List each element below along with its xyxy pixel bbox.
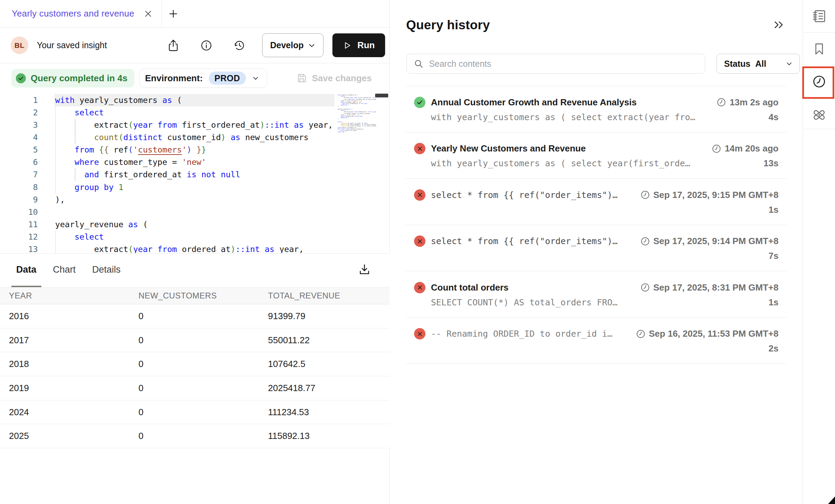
query-history-item[interactable]: Annual Customer Growth and Revenue Analy… <box>406 86 786 132</box>
query-duration: 13s <box>757 158 779 169</box>
insight-toolbar: BL Your saved insight Develop Run <box>0 28 389 63</box>
table-row[interactable]: 20250115892.13 <box>0 424 390 448</box>
clock-icon <box>640 283 650 292</box>
query-history-item[interactable]: select * from {{ ref("order_items")… Sep… <box>406 225 786 271</box>
chevron-down-icon <box>252 75 259 82</box>
query-sql-text: select * from {{ ref("order_items")… <box>431 190 618 200</box>
error-x-icon <box>417 238 423 244</box>
table-row[interactable]: 201902025418.77 <box>0 376 390 400</box>
indent-guide <box>75 119 75 144</box>
table-cell: 0 <box>138 359 268 369</box>
query-status-badge: Query completed in 4s <box>11 69 134 87</box>
table-cell: 2018 <box>9 359 138 369</box>
clock-icon <box>712 144 721 154</box>
search-box[interactable] <box>406 54 705 74</box>
status-filter-label: Status <box>724 59 750 69</box>
table-cell: 2024 <box>9 407 138 418</box>
toolbar-icons <box>146 40 245 51</box>
saved-insight-label: Your saved insight <box>37 40 107 50</box>
status-text: Query completed in 4s <box>31 73 127 84</box>
query-history-panel: Query history Status All Annual Customer… <box>390 0 803 504</box>
editor-code[interactable]: with yearly_customers as ( select extrac… <box>55 94 332 253</box>
lineage-rail-button[interactable] <box>803 99 835 131</box>
table-row[interactable]: 20240111234.53 <box>0 400 390 424</box>
clock-icon <box>636 329 646 339</box>
query-history-controls: Status All <box>390 41 803 86</box>
download-results-button[interactable] <box>358 263 371 276</box>
editor-scrollbar-thumb[interactable] <box>375 94 388 97</box>
query-sql-preview: SELECT COUNT(*) AS total_orders FRO… <box>431 297 618 307</box>
environment-selector[interactable]: Environment: PROD <box>140 69 267 88</box>
query-sql-text: -- Renaming ORDER_ID to order_id i… <box>431 329 612 339</box>
editor-minimap[interactable]: with yearly_customers as ( select extrac… <box>338 94 376 251</box>
clock-icon <box>640 190 650 200</box>
collapse-panel-button[interactable] <box>773 19 785 31</box>
develop-label: Develop <box>270 40 303 50</box>
info-button[interactable] <box>200 40 212 51</box>
table-row[interactable]: 20170550011.22 <box>0 328 390 353</box>
clock-icon <box>812 75 826 88</box>
develop-dropdown[interactable]: Develop <box>262 33 323 57</box>
query-history-item[interactable]: Count total orders Sep 17, 2025, 8:31 PM… <box>406 271 786 317</box>
indent-guide <box>55 106 56 193</box>
bookmark-icon <box>813 42 825 56</box>
query-title: Yearly New Customers and Revenue <box>431 143 586 154</box>
status-filter-dropdown[interactable]: Status All <box>717 54 800 74</box>
panel-title: Query history <box>406 18 490 32</box>
play-icon <box>343 41 352 50</box>
status-filter-value: All <box>755 59 766 69</box>
tab-title: Yearly customers and revenue <box>12 8 143 19</box>
column-header[interactable]: TOTAL_REVENUE <box>268 291 390 301</box>
run-label: Run <box>357 40 375 51</box>
save-icon <box>297 73 307 83</box>
query-status-error-icon <box>414 235 425 247</box>
editor-line-numbers: 12345678910111213 <box>0 94 38 253</box>
column-header[interactable]: NEW_CUSTOMERS <box>138 291 268 301</box>
tab-yearly-customers-and-revenue[interactable]: Yearly customers and revenue <box>0 0 162 28</box>
table-cell: 0 <box>138 407 268 418</box>
query-time: Sep 16, 2025, 11:53 PM GMT+8 <box>629 328 779 339</box>
table-row[interactable]: 20180107642.5 <box>0 352 390 376</box>
new-tab-button[interactable] <box>162 0 185 28</box>
results-tab-details[interactable]: Details <box>87 254 126 287</box>
query-sql-preview: with yearly_customers as ( select extrac… <box>431 112 695 122</box>
results-tabs: DataChartDetails <box>0 254 390 287</box>
results-panel: DataChartDetails YEARNEW_CUSTOMERSTOTAL_… <box>0 253 390 448</box>
query-history-item[interactable]: select * from {{ ref("order_items")… Sep… <box>406 178 786 225</box>
history-icon <box>234 40 245 51</box>
query-sql-preview: with yearly_customers as ( select year(f… <box>431 158 690 168</box>
table-cell: 550011.22 <box>268 335 390 346</box>
query-status-error-icon <box>414 143 425 154</box>
results-tab-data[interactable]: Data <box>11 254 41 287</box>
clock-icon <box>640 237 650 246</box>
info-icon <box>200 40 212 51</box>
table-cell: 111234.53 <box>268 407 390 418</box>
search-input[interactable] <box>429 59 698 69</box>
tab-close-icon[interactable] <box>143 9 153 19</box>
query-history-header: Query history <box>390 0 803 41</box>
query-title: Count total orders <box>431 282 508 293</box>
status-check-icon <box>16 73 26 83</box>
share-button[interactable] <box>167 40 179 51</box>
query-sql-text: select * from {{ ref("order_items")… <box>431 236 618 246</box>
table-cell: 0 <box>138 335 268 346</box>
results-tab-chart[interactable]: Chart <box>48 254 81 287</box>
query-duration: 1s <box>762 204 779 215</box>
status-bar: Query completed in 4s Environment: PROD … <box>0 63 389 93</box>
notebook-rail-button[interactable] <box>803 0 835 32</box>
table-body: 2016091399.7920170550011.2220180107642.5… <box>0 304 390 448</box>
rail-divider <box>803 129 835 129</box>
run-button[interactable]: Run <box>332 33 385 57</box>
sql-editor[interactable]: 12345678910111213 with yearly_customers … <box>0 93 389 253</box>
query-history-item[interactable]: -- Renaming ORDER_ID to order_id i… Sep … <box>406 317 786 364</box>
workbench-pane: Yearly customers and revenue BL Your sav… <box>0 0 390 504</box>
save-changes-button[interactable]: Save changes <box>297 73 372 84</box>
query-history-rail-button[interactable] <box>803 65 835 98</box>
table-cell: 115892.13 <box>268 431 390 441</box>
bookmarks-rail-button[interactable] <box>803 33 835 65</box>
query-history-item[interactable]: Yearly New Customers and Revenue 14m 20s… <box>406 132 786 179</box>
table-row[interactable]: 2016091399.79 <box>0 304 390 328</box>
column-header[interactable]: YEAR <box>9 291 138 301</box>
table-cell: 2017 <box>9 335 138 346</box>
version-history-button[interactable] <box>234 40 245 51</box>
